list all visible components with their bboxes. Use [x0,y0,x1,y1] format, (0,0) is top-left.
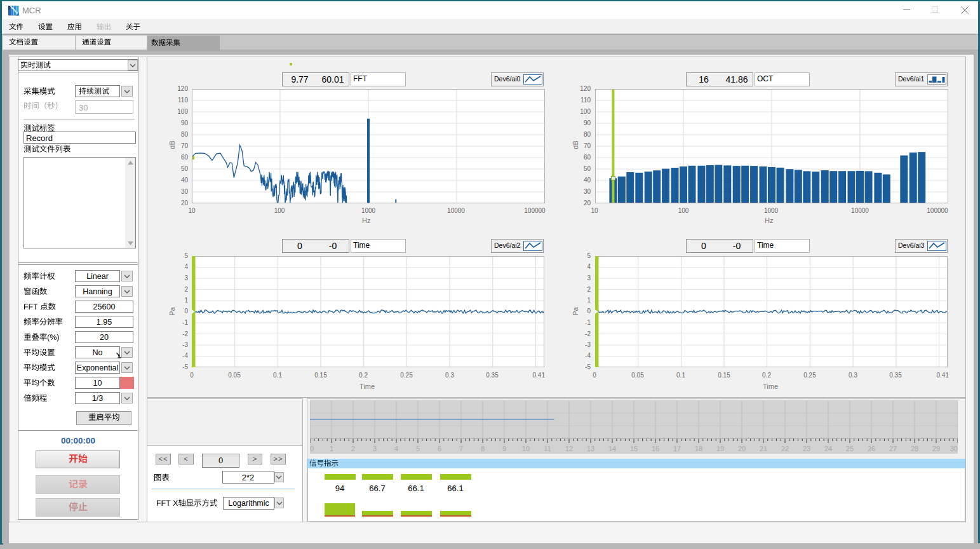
svg-text:21: 21 [759,445,767,452]
svg-text:26: 26 [867,445,875,452]
svg-text:27: 27 [889,445,896,452]
svg-text:6: 6 [437,445,441,452]
svg-text:10: 10 [521,445,529,452]
svg-text:20: 20 [737,445,745,452]
svg-text:25: 25 [845,445,853,452]
svg-text:18: 18 [694,445,702,452]
svg-text:30: 30 [950,445,957,452]
svg-text:8: 8 [480,445,484,452]
svg-text:14: 14 [608,445,615,452]
svg-text:4: 4 [394,445,398,452]
svg-text:16: 16 [651,445,659,452]
svg-text:22: 22 [781,445,788,452]
svg-text:15: 15 [629,445,637,452]
svg-text:19: 19 [716,445,723,452]
svg-text:2: 2 [351,445,354,452]
svg-text:24: 24 [824,445,831,452]
svg-text:0: 0 [310,445,314,452]
svg-text:9: 9 [502,445,506,452]
svg-text:13: 13 [586,445,594,452]
svg-text:1: 1 [329,445,333,452]
svg-text:28: 28 [910,445,918,452]
svg-text:12: 12 [565,445,572,452]
svg-text:5: 5 [415,445,419,452]
svg-text:7: 7 [459,445,462,452]
svg-text:29: 29 [932,445,939,452]
svg-text:11: 11 [544,445,551,452]
svg-text:17: 17 [673,445,680,452]
svg-text:23: 23 [802,445,810,452]
svg-text:3: 3 [372,445,376,452]
